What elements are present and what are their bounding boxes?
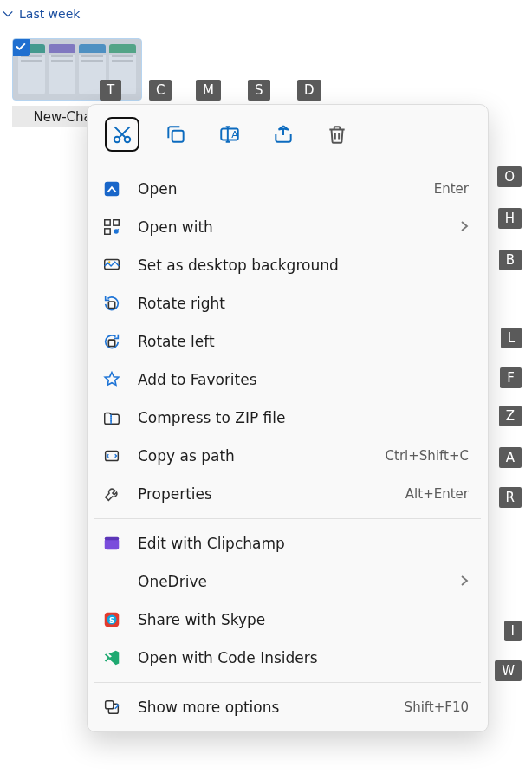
hint-cut: T (100, 80, 121, 101)
hint-set-bg: B (499, 250, 522, 270)
separator (94, 518, 481, 519)
menu-edit-clipchamp[interactable]: Edit with Clipchamp (88, 524, 488, 562)
svg-rect-13 (108, 340, 114, 346)
menu-open[interactable]: Open Enter (88, 170, 488, 208)
menu-label: Properties (138, 485, 390, 503)
rename-icon: A (218, 123, 241, 146)
menu-set-desktop-background[interactable]: Set as desktop background (88, 246, 488, 284)
skype-icon: S (101, 609, 122, 630)
copy-button[interactable] (159, 117, 193, 152)
svg-text:A: A (231, 129, 238, 140)
menu-share-skype[interactable]: S Share with Skype (88, 601, 488, 639)
context-menu: A Open Enter Open with Set as desktop ba… (87, 104, 489, 732)
menu-rotate-right[interactable]: Rotate right (88, 284, 488, 322)
rename-button[interactable]: A (212, 117, 247, 152)
rotate-left-icon (101, 331, 122, 352)
svg-rect-20 (106, 701, 114, 709)
svg-point-0 (114, 137, 120, 143)
menu-accel: Shift+F10 (405, 699, 469, 715)
chevron-down-icon (2, 8, 14, 20)
trash-icon (326, 123, 348, 146)
menu-label: Show more options (138, 699, 389, 716)
zip-icon (101, 407, 122, 428)
menu-add-to-favorites[interactable]: Add to Favorites (88, 361, 488, 399)
hint-favorites: F (500, 367, 522, 388)
svg-rect-15 (105, 539, 120, 550)
hint-delete: D (297, 80, 321, 101)
svg-point-1 (125, 137, 131, 143)
star-icon (101, 369, 122, 390)
menu-accel: Enter (434, 181, 469, 197)
menu-label: Share with Skype (138, 611, 469, 628)
menu-compress-zip[interactable]: Compress to ZIP file (88, 399, 488, 437)
menu-copy-as-path[interactable]: Copy as path Ctrl+Shift+C (88, 437, 488, 475)
hint-properties: R (499, 487, 522, 508)
menu-label: Rotate right (138, 295, 469, 312)
delete-button[interactable] (320, 117, 354, 152)
svg-rect-16 (105, 537, 120, 541)
menu-show-more-options[interactable]: Show more options Shift+F10 (88, 688, 488, 726)
menu-label: Open with Code Insiders (138, 649, 469, 666)
separator (94, 682, 481, 683)
svg-rect-8 (105, 229, 110, 234)
hint-skype: I (504, 621, 522, 641)
scissors-icon (111, 123, 133, 146)
vscode-insiders-icon (101, 647, 122, 668)
share-icon (272, 123, 295, 146)
rotate-right-icon (101, 293, 122, 314)
svg-rect-5 (105, 182, 120, 197)
menu-label: Rotate left (138, 333, 469, 350)
menu-label: Edit with Clipchamp (138, 535, 469, 552)
cut-button[interactable] (105, 117, 139, 152)
hint-share: S (248, 80, 270, 101)
onedrive-icon (101, 571, 122, 592)
svg-rect-2 (172, 131, 184, 142)
menu-open-with[interactable]: Open with (88, 208, 488, 246)
chevron-right-icon (460, 218, 469, 236)
open-with-icon (101, 217, 122, 237)
hint-copy: C (149, 80, 172, 101)
menu-label: Open with (138, 218, 434, 236)
menu-label: OneDrive (138, 573, 434, 590)
menu-accel: Ctrl+Shift+C (386, 448, 469, 464)
quick-action-row: A (88, 112, 488, 164)
svg-rect-6 (105, 220, 110, 225)
menu-rotate-left[interactable]: Rotate left (88, 322, 488, 361)
clipchamp-icon (101, 533, 122, 554)
hint-rename: M (196, 80, 221, 101)
menu-open-code-insiders[interactable]: Open with Code Insiders (88, 639, 488, 677)
share-button[interactable] (266, 117, 301, 152)
hint-open-with: H (498, 208, 522, 229)
svg-text:S: S (109, 616, 114, 625)
menu-label: Copy as path (138, 447, 370, 465)
menu-accel: Alt+Enter (405, 486, 469, 502)
more-options-icon (101, 697, 122, 718)
menu-label: Set as desktop background (138, 257, 469, 274)
menu-onedrive[interactable]: OneDrive (88, 562, 488, 601)
menu-properties[interactable]: Properties Alt+Enter (88, 475, 488, 513)
copy-path-icon (101, 445, 122, 466)
copy-icon (165, 123, 187, 146)
group-header-last-week[interactable]: Last week (0, 0, 532, 29)
svg-point-11 (108, 261, 110, 263)
hint-zip: Z (499, 406, 522, 426)
open-icon (101, 179, 122, 199)
hint-copy-path: A (499, 447, 522, 468)
desktop-background-icon (101, 255, 122, 276)
svg-rect-12 (108, 302, 114, 308)
menu-label: Compress to ZIP file (138, 409, 469, 426)
hint-rotate-left: L (501, 328, 522, 348)
file-thumbnail (12, 38, 142, 101)
hint-open: O (497, 166, 522, 187)
svg-rect-7 (114, 220, 119, 225)
hint-code: W (495, 660, 522, 681)
chevron-right-icon (460, 573, 469, 590)
menu-label: Add to Favorites (138, 371, 469, 388)
menu-label: Open (138, 180, 418, 198)
wrench-icon (101, 484, 122, 504)
selected-check-icon (12, 38, 30, 56)
group-header-label: Last week (19, 7, 80, 21)
